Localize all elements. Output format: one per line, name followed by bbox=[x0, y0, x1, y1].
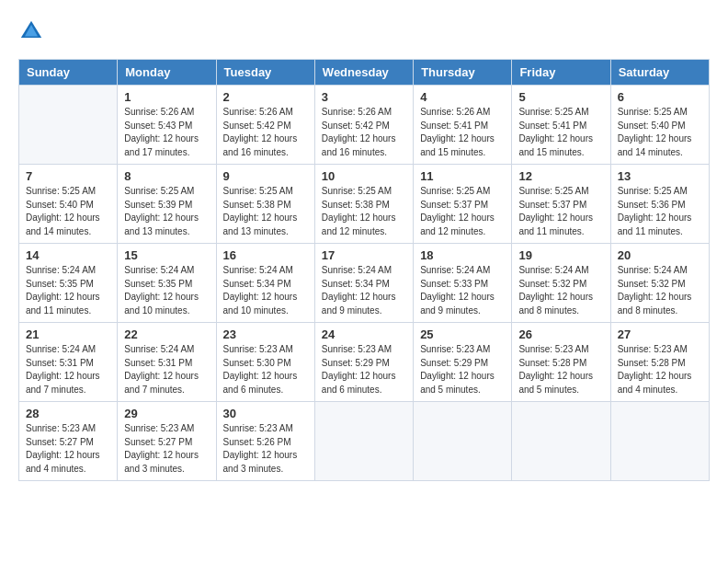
day-number: 4 bbox=[420, 90, 505, 104]
calendar-cell: 9Sunrise: 5:25 AM Sunset: 5:38 PM Daylig… bbox=[216, 165, 314, 244]
day-number: 1 bbox=[124, 90, 209, 104]
calendar-cell: 27Sunrise: 5:23 AM Sunset: 5:28 PM Dayli… bbox=[610, 323, 709, 402]
weekday-header-friday: Friday bbox=[512, 60, 610, 86]
calendar-cell: 4Sunrise: 5:26 AM Sunset: 5:41 PM Daylig… bbox=[414, 86, 512, 165]
day-number: 2 bbox=[223, 90, 308, 104]
cell-info: Sunrise: 5:25 AM Sunset: 5:37 PM Dayligh… bbox=[518, 185, 603, 238]
calendar-cell: 22Sunrise: 5:24 AM Sunset: 5:31 PM Dayli… bbox=[118, 323, 216, 402]
calendar-cell: 20Sunrise: 5:24 AM Sunset: 5:32 PM Dayli… bbox=[610, 244, 709, 323]
page-header bbox=[18, 18, 710, 44]
calendar-cell bbox=[414, 402, 512, 481]
day-number: 22 bbox=[124, 327, 209, 341]
day-number: 30 bbox=[223, 407, 308, 420]
day-number: 3 bbox=[322, 90, 406, 104]
calendar-cell: 2Sunrise: 5:26 AM Sunset: 5:42 PM Daylig… bbox=[216, 86, 314, 165]
cell-info: Sunrise: 5:25 AM Sunset: 5:40 PM Dayligh… bbox=[618, 106, 702, 159]
day-number: 8 bbox=[124, 169, 209, 183]
week-row-5: 28Sunrise: 5:23 AM Sunset: 5:27 PM Dayli… bbox=[19, 402, 710, 481]
cell-info: Sunrise: 5:24 AM Sunset: 5:33 PM Dayligh… bbox=[420, 264, 505, 317]
day-number: 23 bbox=[223, 327, 308, 341]
cell-info: Sunrise: 5:24 AM Sunset: 5:31 PM Dayligh… bbox=[124, 343, 209, 396]
weekday-header-wednesday: Wednesday bbox=[314, 60, 413, 86]
cell-info: Sunrise: 5:24 AM Sunset: 5:34 PM Dayligh… bbox=[322, 264, 406, 317]
week-row-4: 21Sunrise: 5:24 AM Sunset: 5:31 PM Dayli… bbox=[19, 323, 710, 402]
day-number: 21 bbox=[26, 327, 110, 341]
cell-info: Sunrise: 5:24 AM Sunset: 5:31 PM Dayligh… bbox=[26, 343, 110, 396]
week-row-2: 7Sunrise: 5:25 AM Sunset: 5:40 PM Daylig… bbox=[19, 165, 710, 244]
calendar-cell: 6Sunrise: 5:25 AM Sunset: 5:40 PM Daylig… bbox=[610, 86, 709, 165]
cell-info: Sunrise: 5:24 AM Sunset: 5:35 PM Dayligh… bbox=[26, 264, 110, 317]
cell-info: Sunrise: 5:23 AM Sunset: 5:26 PM Dayligh… bbox=[223, 422, 308, 476]
calendar-cell: 3Sunrise: 5:26 AM Sunset: 5:42 PM Daylig… bbox=[314, 86, 413, 165]
cell-info: Sunrise: 5:25 AM Sunset: 5:39 PM Dayligh… bbox=[124, 185, 209, 238]
day-number: 28 bbox=[26, 407, 110, 420]
calendar-cell: 24Sunrise: 5:23 AM Sunset: 5:29 PM Dayli… bbox=[314, 323, 413, 402]
cell-info: Sunrise: 5:26 AM Sunset: 5:41 PM Dayligh… bbox=[420, 106, 505, 159]
calendar-cell: 10Sunrise: 5:25 AM Sunset: 5:38 PM Dayli… bbox=[314, 165, 413, 244]
cell-info: Sunrise: 5:23 AM Sunset: 5:27 PM Dayligh… bbox=[26, 422, 110, 476]
calendar-cell: 21Sunrise: 5:24 AM Sunset: 5:31 PM Dayli… bbox=[19, 323, 118, 402]
cell-info: Sunrise: 5:26 AM Sunset: 5:42 PM Dayligh… bbox=[322, 106, 406, 159]
cell-info: Sunrise: 5:23 AM Sunset: 5:29 PM Dayligh… bbox=[322, 343, 406, 396]
weekday-header-row: SundayMondayTuesdayWednesdayThursdayFrid… bbox=[19, 60, 710, 86]
week-row-3: 14Sunrise: 5:24 AM Sunset: 5:35 PM Dayli… bbox=[19, 244, 710, 323]
cell-info: Sunrise: 5:24 AM Sunset: 5:35 PM Dayligh… bbox=[124, 264, 209, 317]
cell-info: Sunrise: 5:23 AM Sunset: 5:28 PM Dayligh… bbox=[518, 343, 603, 396]
weekday-header-monday: Monday bbox=[118, 60, 216, 86]
calendar-cell: 28Sunrise: 5:23 AM Sunset: 5:27 PM Dayli… bbox=[19, 402, 118, 481]
calendar-cell: 18Sunrise: 5:24 AM Sunset: 5:33 PM Dayli… bbox=[414, 244, 512, 323]
cell-info: Sunrise: 5:23 AM Sunset: 5:30 PM Dayligh… bbox=[223, 343, 308, 396]
logo bbox=[18, 18, 48, 44]
calendar-table: SundayMondayTuesdayWednesdayThursdayFrid… bbox=[18, 59, 710, 481]
calendar-cell: 12Sunrise: 5:25 AM Sunset: 5:37 PM Dayli… bbox=[512, 165, 610, 244]
calendar-cell: 30Sunrise: 5:23 AM Sunset: 5:26 PM Dayli… bbox=[216, 402, 314, 481]
day-number: 24 bbox=[322, 327, 406, 341]
calendar-cell: 13Sunrise: 5:25 AM Sunset: 5:36 PM Dayli… bbox=[610, 165, 709, 244]
calendar-cell bbox=[512, 402, 610, 481]
day-number: 13 bbox=[618, 169, 702, 183]
cell-info: Sunrise: 5:26 AM Sunset: 5:43 PM Dayligh… bbox=[124, 106, 209, 159]
day-number: 26 bbox=[518, 327, 603, 341]
cell-info: Sunrise: 5:24 AM Sunset: 5:34 PM Dayligh… bbox=[223, 264, 308, 317]
calendar-cell: 26Sunrise: 5:23 AM Sunset: 5:28 PM Dayli… bbox=[512, 323, 610, 402]
cell-info: Sunrise: 5:24 AM Sunset: 5:32 PM Dayligh… bbox=[618, 264, 702, 317]
day-number: 12 bbox=[518, 169, 603, 183]
calendar-cell: 1Sunrise: 5:26 AM Sunset: 5:43 PM Daylig… bbox=[118, 86, 216, 165]
day-number: 11 bbox=[420, 169, 505, 183]
day-number: 6 bbox=[618, 90, 702, 104]
day-number: 27 bbox=[618, 327, 702, 341]
day-number: 15 bbox=[124, 248, 209, 262]
day-number: 20 bbox=[618, 248, 702, 262]
cell-info: Sunrise: 5:25 AM Sunset: 5:41 PM Dayligh… bbox=[518, 106, 603, 159]
calendar-cell: 5Sunrise: 5:25 AM Sunset: 5:41 PM Daylig… bbox=[512, 86, 610, 165]
day-number: 10 bbox=[322, 169, 406, 183]
cell-info: Sunrise: 5:25 AM Sunset: 5:38 PM Dayligh… bbox=[322, 185, 406, 238]
cell-info: Sunrise: 5:26 AM Sunset: 5:42 PM Dayligh… bbox=[223, 106, 308, 159]
calendar-cell: 17Sunrise: 5:24 AM Sunset: 5:34 PM Dayli… bbox=[314, 244, 413, 323]
weekday-header-thursday: Thursday bbox=[414, 60, 512, 86]
day-number: 25 bbox=[420, 327, 505, 341]
cell-info: Sunrise: 5:23 AM Sunset: 5:27 PM Dayligh… bbox=[124, 422, 209, 476]
day-number: 7 bbox=[26, 169, 110, 183]
week-row-1: 1Sunrise: 5:26 AM Sunset: 5:43 PM Daylig… bbox=[19, 86, 710, 165]
day-number: 9 bbox=[223, 169, 308, 183]
calendar-cell: 14Sunrise: 5:24 AM Sunset: 5:35 PM Dayli… bbox=[19, 244, 118, 323]
calendar-cell bbox=[314, 402, 413, 481]
cell-info: Sunrise: 5:25 AM Sunset: 5:37 PM Dayligh… bbox=[420, 185, 505, 238]
calendar-cell: 11Sunrise: 5:25 AM Sunset: 5:37 PM Dayli… bbox=[414, 165, 512, 244]
day-number: 19 bbox=[518, 248, 603, 262]
calendar-cell: 25Sunrise: 5:23 AM Sunset: 5:29 PM Dayli… bbox=[414, 323, 512, 402]
calendar-cell bbox=[19, 86, 118, 165]
calendar-cell: 19Sunrise: 5:24 AM Sunset: 5:32 PM Dayli… bbox=[512, 244, 610, 323]
calendar-cell: 15Sunrise: 5:24 AM Sunset: 5:35 PM Dayli… bbox=[118, 244, 216, 323]
weekday-header-sunday: Sunday bbox=[19, 60, 118, 86]
day-number: 14 bbox=[26, 248, 110, 262]
calendar-cell bbox=[610, 402, 709, 481]
day-number: 18 bbox=[420, 248, 505, 262]
calendar-cell: 8Sunrise: 5:25 AM Sunset: 5:39 PM Daylig… bbox=[118, 165, 216, 244]
day-number: 16 bbox=[223, 248, 308, 262]
cell-info: Sunrise: 5:24 AM Sunset: 5:32 PM Dayligh… bbox=[518, 264, 603, 317]
cell-info: Sunrise: 5:23 AM Sunset: 5:28 PM Dayligh… bbox=[618, 343, 702, 396]
cell-info: Sunrise: 5:25 AM Sunset: 5:36 PM Dayligh… bbox=[618, 185, 702, 238]
weekday-header-saturday: Saturday bbox=[610, 60, 709, 86]
